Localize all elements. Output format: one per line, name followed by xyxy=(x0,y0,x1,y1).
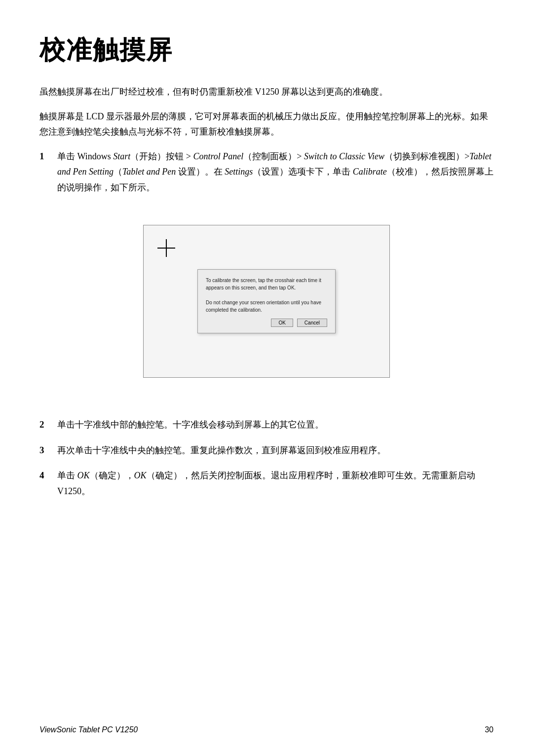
step-1-text: 单击 Windows Start（开始）按钮 > Control Panel（控… xyxy=(57,149,494,196)
step-3-text: 再次单击十字准线中央的触控笔。重复此操作数次，直到屏幕返回到校准应用程序。 xyxy=(57,443,494,459)
dialog-text: To calibrate the screen, tap the crossha… xyxy=(206,277,327,314)
step-2-text: 单击十字准线中部的触控笔。十字准线会移动到屏幕上的其它位置。 xyxy=(57,417,494,433)
dialog-ok-button[interactable]: OK xyxy=(271,319,293,327)
calibration-screenshot-wrapper: To calibrate the screen, tap the crossha… xyxy=(39,210,494,397)
calibration-dialog: To calibrate the screen, tap the crossha… xyxy=(197,269,336,333)
dialog-cancel-button[interactable]: Cancel xyxy=(297,319,327,327)
step-4-text: 单击 OK（确定），OK（确定），然后关闭控制面板。退出应用程序时，重新校准即可… xyxy=(57,468,494,499)
steps-list-2: 2 单击十字准线中部的触控笔。十字准线会移动到屏幕上的其它位置。 3 再次单击十… xyxy=(39,417,494,499)
step-4-number: 4 xyxy=(39,468,57,483)
footer-brand: ViewSonic Tablet PC V1250 xyxy=(39,723,138,736)
step-1: 1 单击 Windows Start（开始）按钮 > Control Panel… xyxy=(39,149,494,196)
step-2-number: 2 xyxy=(39,417,57,432)
intro-paragraph-1: 虽然触摸屏幕在出厂时经过校准，但有时仍需重新校准 V1250 屏幕以达到更高的准… xyxy=(39,84,494,100)
page-title: 校准触摸屏 xyxy=(39,30,494,71)
step-3: 3 再次单击十字准线中央的触控笔。重复此操作数次，直到屏幕返回到校准应用程序。 xyxy=(39,443,494,459)
step-4: 4 单击 OK（确定），OK（确定），然后关闭控制面板。退出应用程序时，重新校准… xyxy=(39,468,494,499)
footer-page-number: 30 xyxy=(485,723,494,736)
crosshair-icon xyxy=(157,239,175,257)
dialog-line2: Do not change your screen orientation un… xyxy=(206,300,321,313)
dialog-line1: To calibrate the screen, tap the crossha… xyxy=(206,278,321,290)
intro-paragraph-2: 触摸屏幕是 LCD 显示器最外层的薄膜，它可对屏幕表面的机械压力做出反应。使用触… xyxy=(39,109,494,140)
footer: ViewSonic Tablet PC V1250 30 xyxy=(39,723,494,736)
step-2: 2 单击十字准线中部的触控笔。十字准线会移动到屏幕上的其它位置。 xyxy=(39,417,494,433)
calibration-screenshot: To calibrate the screen, tap the crossha… xyxy=(143,225,390,378)
dialog-buttons: OK Cancel xyxy=(206,319,327,327)
step-1-number: 1 xyxy=(39,149,57,164)
steps-list: 1 单击 Windows Start（开始）按钮 > Control Panel… xyxy=(39,149,494,196)
step-3-number: 3 xyxy=(39,443,57,458)
